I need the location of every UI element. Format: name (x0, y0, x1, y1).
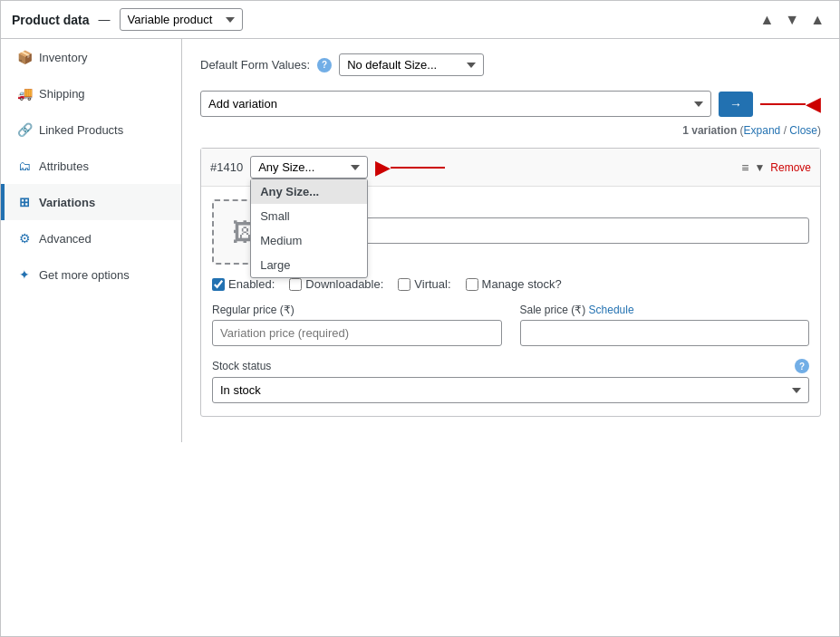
product-data-panel: Product data — Variable product Simple p… (0, 0, 840, 637)
sidebar-item-shipping-label: Shipping (39, 87, 85, 101)
sidebar-item-advanced[interactable]: ⚙ Advanced (1, 220, 181, 256)
add-variation-select[interactable]: Add variation Add all variations (200, 91, 711, 117)
inventory-icon: 📦 (17, 50, 32, 64)
schedule-link[interactable]: Schedule (589, 304, 634, 316)
sidebar-item-inventory-label: Inventory (39, 51, 87, 64)
variation-header: #1410 Any Size... Small Medium Large Any… (201, 149, 820, 187)
linked-products-icon: 🔗 (17, 122, 32, 137)
sidebar-item-advanced-label: Advanced (39, 232, 92, 246)
add-variation-row: Add variation Add all variations → ◀ (200, 91, 821, 117)
variation-id: #1410 (210, 160, 243, 174)
variation-count-number: 1 variation (682, 124, 737, 137)
size-option-large[interactable]: Large (251, 253, 367, 277)
sidebar-item-shipping[interactable]: 🚚 Shipping (1, 75, 181, 111)
sale-price-field: Sale price (₹) Schedule (520, 304, 810, 346)
default-form-help-icon[interactable]: ? (317, 58, 332, 72)
nav-up-button[interactable]: ▲ (756, 10, 777, 30)
sku-label: SKU ? (292, 199, 809, 214)
default-form-select[interactable]: No default Size... Small Medium Large (339, 53, 484, 76)
sku-input[interactable] (292, 217, 809, 244)
sidebar-item-inventory[interactable]: 📦 Inventory (1, 39, 181, 75)
shipping-icon: 🚚 (17, 86, 32, 101)
manage-stock-label: Manage stock? (482, 277, 562, 291)
stock-status-select[interactable]: In stock Out of stock On backorder (212, 377, 809, 403)
virtual-checkbox-item[interactable]: Virtual: (398, 277, 450, 291)
expand-link[interactable]: Expand (744, 124, 781, 137)
virtual-checkbox[interactable] (398, 278, 410, 291)
downloadable-checkbox[interactable] (289, 278, 302, 291)
arrow-line (760, 103, 806, 105)
enabled-label: Enabled: (228, 277, 275, 291)
sidebar-item-variations-label: Variations (39, 196, 95, 209)
remove-link[interactable]: Remove (770, 161, 811, 174)
arrow-indicator-container: ◀ (760, 94, 821, 114)
variation-size-wrapper: Any Size... Small Medium Large Any Size.… (250, 156, 368, 179)
variation-size-dropdown: Any Size... Small Medium Large (250, 179, 368, 278)
checkboxes-row: Enabled: Downloadable: Virtual: Man (212, 277, 809, 291)
left-arrow-indicator: ▶ (375, 158, 391, 178)
enabled-checkbox-item[interactable]: Enabled: (212, 277, 275, 291)
hamburger-icon[interactable]: ≡ (741, 160, 748, 175)
sale-price-label: Sale price (₹) Schedule (520, 304, 810, 316)
virtual-label: Virtual: (414, 277, 450, 291)
go-button[interactable]: → (719, 92, 753, 117)
sidebar-item-attributes-label: Attributes (39, 159, 89, 173)
get-more-icon: ✦ (17, 267, 32, 282)
manage-stock-checkbox[interactable] (466, 278, 478, 291)
right-arrow-indicator: ◀ (806, 94, 821, 114)
arrow-line-left (391, 167, 445, 169)
advanced-icon: ⚙ (17, 231, 32, 246)
stock-label-row: Stock status ? (212, 359, 809, 373)
variation-size-select[interactable]: Any Size... Small Medium Large (250, 156, 368, 179)
panel-nav-buttons: ▲ ▼ ▲ (756, 10, 828, 30)
nav-down-button[interactable]: ▼ (781, 10, 803, 30)
left-arrow-container: ▶ (375, 158, 445, 178)
price-row: Regular price (₹) Sale price (₹) Schedul… (212, 304, 809, 346)
sku-field-group: SKU ? (292, 199, 809, 265)
variation-controls: ≡ ▼ Remove (741, 160, 811, 175)
nav-collapse-button[interactable]: ▲ (806, 10, 828, 30)
product-type-select[interactable]: Variable product Simple product Grouped … (120, 8, 243, 31)
sidebar-item-attributes[interactable]: 🗂 Attributes (1, 148, 181, 184)
stock-status-row: Stock status ? In stock Out of stock On … (212, 359, 809, 403)
regular-price-field: Regular price (₹) (212, 304, 502, 346)
sidebar: 📦 Inventory 🚚 Shipping 🔗 Linked Products… (1, 39, 182, 442)
attributes-icon: 🗂 (17, 159, 32, 173)
variations-icon: ⊞ (17, 195, 32, 209)
main-content: Default Form Values: ? No default Size..… (182, 39, 839, 442)
panel-dash: — (99, 13, 111, 26)
regular-price-label: Regular price (₹) (212, 304, 502, 316)
go-arrow-icon: → (729, 97, 742, 111)
variation-item: #1410 Any Size... Small Medium Large Any… (200, 148, 821, 417)
panel-header: Product data — Variable product Simple p… (1, 1, 839, 39)
sale-price-input[interactable] (520, 320, 810, 346)
size-option-any[interactable]: Any Size... (251, 179, 367, 204)
sidebar-item-get-more-label: Get more options (39, 268, 130, 282)
close-link[interactable]: Close (789, 124, 817, 137)
sidebar-item-linked-products[interactable]: 🔗 Linked Products (1, 111, 181, 148)
sidebar-item-get-more-options[interactable]: ✦ Get more options (1, 256, 181, 293)
stock-status-help-icon[interactable]: ? (795, 359, 809, 373)
manage-stock-checkbox-item[interactable]: Manage stock? (466, 277, 562, 291)
default-form-label: Default Form Values: (200, 58, 310, 72)
variation-count: 1 variation (Expand / Close) (200, 124, 821, 137)
panel-body: 📦 Inventory 🚚 Shipping 🔗 Linked Products… (1, 39, 839, 442)
enabled-checkbox[interactable] (212, 278, 225, 291)
sidebar-item-variations[interactable]: ⊞ Variations (1, 184, 181, 220)
default-form-row: Default Form Values: ? No default Size..… (200, 53, 821, 76)
stock-status-label: Stock status (212, 360, 271, 372)
downloadable-label: Downloadable: (305, 277, 383, 291)
downloadable-checkbox-item[interactable]: Downloadable: (289, 277, 383, 291)
variation-expand-icon[interactable]: ▼ (754, 161, 765, 174)
size-option-small[interactable]: Small (251, 204, 367, 228)
size-option-medium[interactable]: Medium (251, 228, 367, 253)
panel-title: Product data (12, 13, 90, 27)
regular-price-input[interactable] (212, 320, 502, 346)
sidebar-item-linked-label: Linked Products (39, 123, 123, 137)
